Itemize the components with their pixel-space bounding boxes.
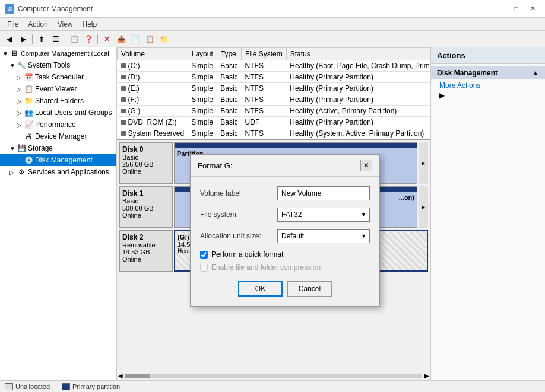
file-system-select[interactable]: FAT32 NTFS exFAT	[277, 208, 370, 222]
tree-root[interactable]: ▼ 🖥 Computer Management (Local	[0, 47, 116, 59]
cell-fs: NTFS	[242, 83, 287, 94]
tb-back[interactable]: ◀	[2, 33, 15, 46]
disk-2-type: Removable	[122, 241, 170, 248]
shared-folders-icon: 📁	[24, 96, 33, 106]
disk-table: Volume Layout Type File System Status (C…	[117, 47, 430, 140]
disk-2-name: Disk 2	[122, 233, 170, 241]
tree-expand-ts[interactable]: ▷	[17, 74, 24, 81]
tree-local-users[interactable]: ▷ 👥 Local Users and Groups	[0, 107, 116, 119]
tb-help[interactable]: ❓	[82, 33, 95, 46]
computer-icon: 🖥	[9, 49, 19, 58]
table-row[interactable]: System Reserved Simple Basic NTFS Health…	[118, 128, 431, 139]
tb-up[interactable]: ⬆	[35, 33, 48, 46]
table-row[interactable]: (E:) Simple Basic NTFS Healthy (Primary …	[118, 83, 431, 94]
disk-1-label: Disk 1 Basic 500.00 GB Online	[119, 186, 173, 228]
title-bar-left: 🖥 Computer Management	[5, 4, 93, 14]
table-row[interactable]: (G:) Simple Basic NTFS Healthy (Active, …	[118, 106, 431, 117]
disk-1-type: Basic	[122, 197, 170, 205]
tree-expand-perf[interactable]: ▷	[17, 122, 24, 128]
cell-status: Healthy (Primary Partition)	[286, 83, 430, 94]
compression-checkbox[interactable]	[200, 264, 208, 272]
cell-status: Healthy (Primary Partition)	[286, 94, 430, 106]
tree-services[interactable]: ▷ ⚙ Services and Applications	[0, 166, 116, 178]
tb-show-hide[interactable]: ☰	[49, 33, 62, 46]
table-row[interactable]: (C:) Simple Basic NTFS Healthy (Boot, Pa…	[118, 60, 431, 72]
cell-status: Healthy (Primary Partition)	[286, 117, 430, 128]
tree-local-users-label: Local Users and Groups	[35, 109, 112, 117]
menu-help[interactable]: Help	[78, 19, 102, 30]
h-scrollbar[interactable]: ◀ ▶	[117, 371, 430, 380]
dialog-ok-button[interactable]: OK	[238, 281, 283, 297]
cell-fs: NTFS	[242, 128, 287, 139]
col-fs[interactable]: File System	[242, 48, 287, 60]
cell-volume: System Reserved	[118, 128, 188, 139]
tree-expand-root[interactable]: ▼	[2, 50, 9, 57]
cell-type: Basic	[217, 60, 241, 72]
tree-expand-system[interactable]: ▼	[9, 62, 17, 69]
col-status[interactable]: Status	[286, 48, 430, 60]
tree-expand-sf[interactable]: ▷	[17, 98, 24, 104]
minimize-button[interactable]: ─	[492, 3, 507, 15]
tb-properties[interactable]: 📋	[68, 33, 81, 46]
tb-delete[interactable]: ✕	[100, 33, 113, 46]
cell-type: Basic	[217, 83, 241, 94]
menu-view[interactable]: View	[53, 19, 78, 30]
cell-volume: (G:)	[118, 106, 188, 117]
cell-fs: NTFS	[242, 60, 287, 72]
table-row[interactable]: (D:) Simple Basic NTFS Healthy (Primary …	[118, 72, 431, 83]
disk-1-scroll: ▶	[419, 186, 428, 228]
volume-label-input[interactable]	[277, 186, 370, 200]
tree-expand-storage[interactable]: ▼	[9, 145, 17, 152]
services-icon: ⚙	[17, 167, 26, 177]
dialog-body: Volume label: File system: FAT32 NTFS ex…	[191, 177, 379, 306]
disk-0-name: Disk 0	[122, 145, 170, 154]
cell-type: Basic	[217, 72, 241, 83]
dialog-close-button[interactable]: ✕	[360, 160, 372, 171]
event-viewer-icon: 📋	[24, 84, 33, 94]
col-type[interactable]: Type	[217, 48, 241, 60]
tree-expand-svc[interactable]: ▷	[9, 169, 17, 176]
tree-system-tools[interactable]: ▼ 🔧 System Tools	[0, 59, 116, 71]
local-users-icon: 👥	[24, 108, 33, 117]
tb-copy[interactable]: 📋	[143, 33, 156, 46]
table-row[interactable]: (F:) Simple Basic NTFS Healthy (Primary …	[118, 94, 431, 106]
tree-system-tools-label: System Tools	[28, 61, 70, 69]
cell-layout: Simple	[188, 128, 217, 139]
actions-disk-management-header[interactable]: Disk Management ▲	[431, 66, 545, 79]
tb-export[interactable]: 📤	[115, 33, 128, 46]
maximize-button[interactable]: □	[508, 3, 524, 15]
toolbar: ◀ ▶ ⬆ ☰ 📋 ❓ ✕ 📤 📄 📋 📁	[0, 31, 545, 47]
allocation-select[interactable]: Default 512 1024	[277, 229, 370, 243]
tree-device-manager[interactable]: 🖨 Device Manager	[0, 130, 116, 142]
cell-type: Basic	[217, 117, 241, 128]
tb-forward[interactable]: ▶	[17, 33, 30, 46]
tree-task-scheduler[interactable]: ▷ 📅 Task Scheduler	[0, 71, 116, 83]
dialog-cancel-button[interactable]: Cancel	[287, 281, 332, 297]
tree-performance[interactable]: ▷ 📈 Performance	[0, 119, 116, 130]
tb-paste[interactable]: 📁	[157, 33, 170, 46]
tree-event-viewer[interactable]: ▷ 📋 Event Viewer	[0, 83, 116, 95]
tree-shared-folders[interactable]: ▷ 📁 Shared Folders	[0, 95, 116, 107]
quick-format-checkbox[interactable]	[200, 251, 208, 259]
cell-layout: Simple	[188, 117, 217, 128]
menu-file[interactable]: File	[2, 19, 23, 30]
disk-1-name: Disk 1	[122, 189, 170, 197]
legend-primary-box	[62, 383, 70, 390]
col-layout[interactable]: Layout	[188, 48, 217, 60]
tree-expand-lu[interactable]: ▷	[17, 110, 24, 116]
disk-0-status: Online	[122, 168, 170, 175]
cell-fs: NTFS	[242, 72, 287, 83]
tb-new[interactable]: 📄	[129, 33, 142, 46]
col-volume[interactable]: Volume	[118, 48, 188, 60]
close-button[interactable]: ✕	[525, 3, 540, 15]
tree-expand-ev[interactable]: ▷	[17, 86, 24, 93]
tree-disk-management[interactable]: 💿 Disk Management	[0, 154, 116, 166]
menu-action[interactable]: Action	[23, 19, 52, 30]
more-actions-arrow[interactable]: ▶	[431, 91, 545, 100]
action-more-actions[interactable]: More Actions	[431, 79, 545, 91]
quick-format-label: Perform a quick format	[211, 250, 283, 259]
h-scroll-thumb[interactable]	[126, 374, 150, 378]
table-row[interactable]: DVD_ROM (Z:) Simple Basic UDF Healthy (P…	[118, 117, 431, 128]
tree-storage[interactable]: ▼ 💾 Storage	[0, 142, 116, 154]
h-scroll-track[interactable]	[125, 374, 422, 378]
